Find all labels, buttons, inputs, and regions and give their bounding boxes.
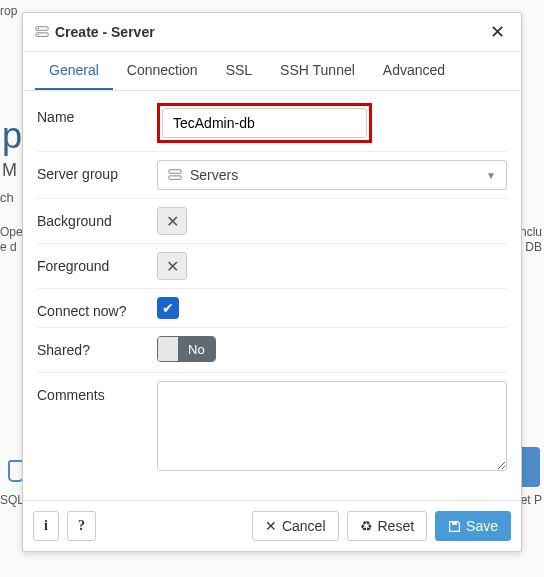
comments-textarea[interactable] <box>157 381 507 471</box>
svg-rect-0 <box>36 27 48 31</box>
tab-bar: General Connection SSL SSH Tunnel Advanc… <box>23 52 521 91</box>
server-group-value: Servers <box>190 167 238 183</box>
server-group-select[interactable]: Servers ▼ <box>157 160 507 190</box>
cancel-button[interactable]: ✕ Cancel <box>252 511 339 541</box>
tab-ssl[interactable]: SSL <box>212 52 266 90</box>
svg-rect-6 <box>452 521 457 524</box>
tab-advanced[interactable]: Advanced <box>369 52 459 90</box>
shared-label: Shared? <box>37 336 157 358</box>
tab-general[interactable]: General <box>35 52 113 90</box>
svg-point-3 <box>38 34 39 35</box>
foreground-color-clear[interactable]: ✕ <box>157 252 187 280</box>
shared-state: No <box>178 337 215 361</box>
chevron-down-icon: ▼ <box>486 170 496 181</box>
server-icon <box>35 25 49 39</box>
dialog-title: Create - Server <box>55 24 155 40</box>
background-label: Background <box>37 207 157 229</box>
close-button[interactable]: ✕ <box>486 21 509 43</box>
svg-rect-5 <box>169 176 181 180</box>
server-group-label: Server group <box>37 160 157 182</box>
background-color-clear[interactable]: ✕ <box>157 207 187 235</box>
form-body: Name Server group Servers ▼ Backgrou <box>23 91 521 500</box>
info-button[interactable]: i <box>33 511 59 541</box>
save-icon <box>448 520 461 533</box>
dialog-header: Create - Server ✕ <box>23 13 521 52</box>
name-label: Name <box>37 103 157 125</box>
svg-point-2 <box>38 28 39 29</box>
connect-now-checkbox[interactable]: ✔ <box>157 297 179 319</box>
svg-rect-4 <box>169 170 181 174</box>
name-input[interactable] <box>162 108 367 138</box>
svg-rect-1 <box>36 33 48 37</box>
save-button[interactable]: Save <box>435 511 511 541</box>
dialog-footer: i ? ✕ Cancel ♻ Reset Save <box>23 500 521 551</box>
name-highlight-box <box>157 103 372 143</box>
create-server-dialog: Create - Server ✕ General Connection SSL… <box>22 12 522 552</box>
shared-toggle[interactable]: No <box>157 336 216 362</box>
connect-now-label: Connect now? <box>37 297 157 319</box>
reset-button[interactable]: ♻ Reset <box>347 511 428 541</box>
close-icon: ✕ <box>265 518 277 534</box>
tab-ssh-tunnel[interactable]: SSH Tunnel <box>266 52 369 90</box>
foreground-label: Foreground <box>37 252 157 274</box>
tab-connection[interactable]: Connection <box>113 52 212 90</box>
servers-icon <box>168 168 182 182</box>
comments-label: Comments <box>37 381 157 403</box>
help-button[interactable]: ? <box>67 511 96 541</box>
recycle-icon: ♻ <box>360 518 373 534</box>
